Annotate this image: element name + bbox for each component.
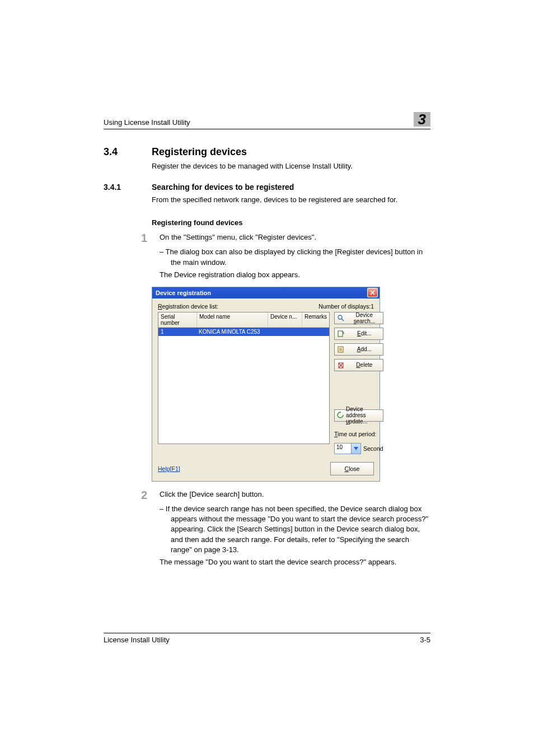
delete-button[interactable]: Delete [334,359,383,371]
step-1-bullet: – The dialog box can also be displayed b… [171,247,430,267]
device-address-update-button[interactable]: Device address update... [334,409,383,422]
svg-line-1 [341,319,344,321]
step-2-text: Click the [Device search] button. [160,489,264,501]
section-number: 3.4 [104,146,132,158]
close-icon[interactable] [367,288,378,297]
step-1-after: The Device registration dialog box appea… [160,270,430,280]
step-number-2: 2 [137,489,147,501]
footer-left: License Install Utility [104,636,170,644]
device-registration-dialog: Device registration Registration device … [152,287,380,482]
timeout-value: 10 [335,444,351,454]
dialog-titlebar[interactable]: Device registration [152,287,380,298]
registration-list-label: Registration device list: [158,303,218,310]
timeout-combo[interactable]: 10 [334,443,361,454]
refresh-icon [337,412,344,419]
running-head: Using License Install Utility [104,118,190,127]
step-2-after: The message "Do you want to start the de… [160,557,430,567]
timeout-unit: Second [363,445,383,452]
list-header: Serial number Model name Device n... Rem… [158,312,329,328]
dialog-title: Device registration [156,290,211,296]
subsection-number: 3.4.1 [104,183,132,192]
col-serial[interactable]: Serial number [158,312,197,327]
edit-button[interactable]: Edit... [334,328,383,340]
procedure-subhead: Registering found devices [152,218,430,227]
subsection-title: Searching for devices to be registered [152,183,294,192]
footer-right: 3-5 [420,636,430,644]
add-button[interactable]: Add... [334,343,383,356]
step-2-bullet: – If the device search range has not bee… [171,504,430,555]
col-model[interactable]: Model name [197,312,268,327]
col-remarks[interactable]: Remarks [302,312,329,327]
step-number-1: 1 [137,232,147,244]
search-icon [337,314,345,322]
svg-rect-2 [338,331,343,337]
timeout-label: Time out period: [334,431,383,437]
number-of-displays: Number of displays:1 [318,303,374,310]
subsection-intro: From the specified network range, device… [152,195,430,205]
section-intro: Register the devices to be managed with … [152,161,430,171]
chapter-number: 3 [418,112,426,127]
chevron-down-icon[interactable] [351,444,360,454]
chapter-number-box: 3 [414,112,430,127]
cell-model: KONICA MINOLTA C253 [196,328,267,336]
close-button[interactable]: Close [330,462,374,475]
section-title: Registering devices [152,146,247,158]
add-icon [337,346,345,353]
step-1-text: On the "Settings" menu, click "Register … [160,232,316,244]
col-devicen[interactable]: Device n... [268,312,302,327]
page-footer: License Install Utility 3-5 [104,633,430,644]
delete-icon [337,361,345,369]
edit-icon [337,330,345,338]
help-link[interactable]: Help[F1] [158,465,180,472]
cell-serial: 1 [158,328,196,336]
table-row[interactable]: 1 KONICA MINOLTA C253 [158,328,329,336]
device-search-button[interactable]: Device search... [334,312,383,324]
page-header: Using License Install Utility 3 [104,112,430,129]
svg-marker-11 [354,447,358,450]
registration-device-list[interactable]: Serial number Model name Device n... Rem… [158,312,330,444]
svg-point-0 [338,315,342,319]
